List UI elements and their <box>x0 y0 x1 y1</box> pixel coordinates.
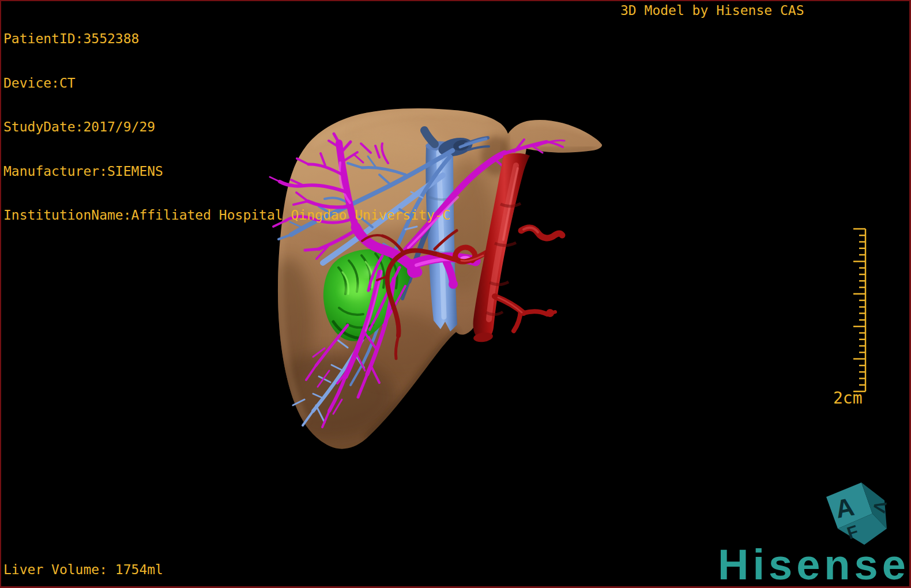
study-date-line: StudyDate:2017/9/29 <box>3 120 450 135</box>
patient-info-block: PatientID:3552388 Device:CT StudyDate:20… <box>3 2 450 252</box>
manufacturer-line: Manufacturer:SIEMENS <box>3 164 450 179</box>
device-line: Device:CT <box>3 76 450 91</box>
liver-volume-readout: Liver Volume: 1754ml <box>3 563 163 578</box>
patient-id-line: PatientID:3552388 <box>3 32 450 47</box>
orientation-cube[interactable]: A V F <box>826 483 890 545</box>
scale-ruler: 2cm <box>833 229 865 408</box>
cas-3d-viewer-window: 2cm A V F PatientID:3552388 Device:CT St… <box>0 0 911 588</box>
watermark-title: 3D Model by Hisense CAS <box>620 3 804 18</box>
hisense-logo: Hisense <box>718 544 910 586</box>
scale-label: 2cm <box>833 389 863 408</box>
institution-line: InstitutionName:Affiliated Hospital Qing… <box>3 208 450 223</box>
ruler-ticks <box>853 229 865 391</box>
